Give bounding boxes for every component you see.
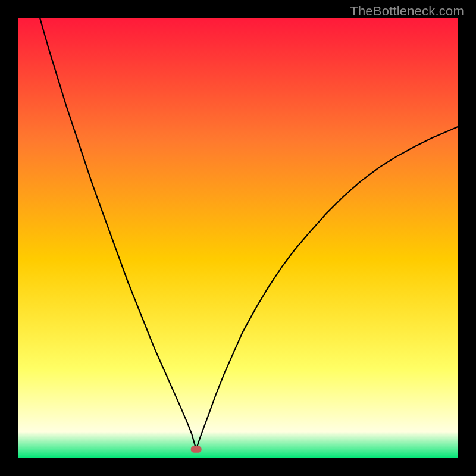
- gradient-background: [18, 18, 458, 458]
- chart-svg: [18, 18, 458, 458]
- watermark-text: TheBottleneck.com: [350, 4, 464, 19]
- min-marker: [191, 446, 202, 453]
- chart-frame: TheBottleneck.com: [0, 0, 476, 476]
- plot-area: [18, 18, 458, 458]
